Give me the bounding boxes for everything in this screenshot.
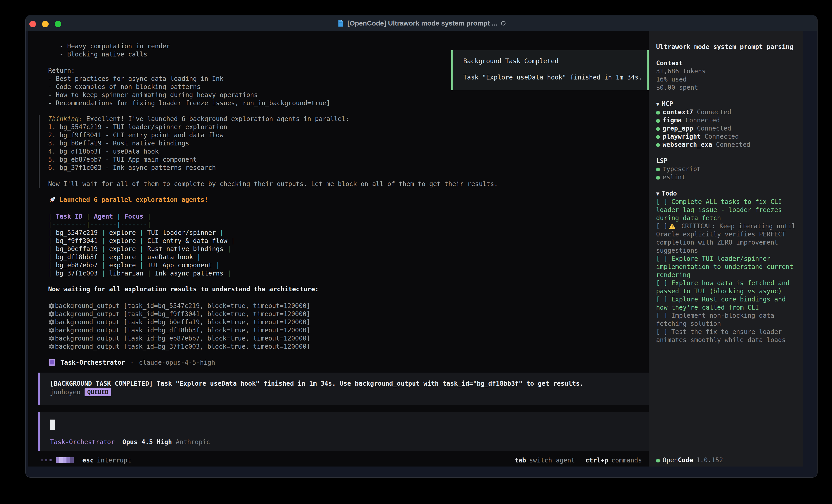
tool-call-line: background_output [task_id=bg_df18bb3f, … xyxy=(48,326,310,334)
background-task-message: [BACKGROUND TASK COMPLETED] Task "Explor… xyxy=(38,372,649,405)
background-task-text: [BACKGROUND TASK COMPLETED] Task "Explor… xyxy=(50,380,649,388)
progress-ring-icon xyxy=(501,21,505,26)
collapse-triangle-icon: ▼ xyxy=(656,101,659,107)
tool-call-line: background_output [task_id=bg_37f1c003, … xyxy=(48,342,310,351)
todo-item: [ ] Explore Rust core bindings and how t… xyxy=(656,296,799,312)
tool-call-line: background_output [task_id=bg_5547c219, … xyxy=(48,302,310,310)
gear-icon xyxy=(48,311,55,317)
message-meta-row: junhoyeoQUEUED xyxy=(50,388,649,396)
gear-icon xyxy=(48,327,55,334)
table-row: | bg_37f1c003 | librarian | Ink async pa… xyxy=(48,270,235,278)
rocket-icon xyxy=(48,196,56,204)
todo-section-header[interactable]: ▼Todo xyxy=(656,190,799,198)
todo-item: [ ] Test the fix to ensure loader animat… xyxy=(656,328,799,344)
app-version: 1.0.152 xyxy=(696,456,723,464)
input-agent-name: Task-Orchestrator xyxy=(50,438,115,446)
input-agent-line: Task-Orchestrator Opus 4.5 High Anthropi… xyxy=(50,438,210,446)
thinking-block: Thinking: Excellent! I've launched 6 bac… xyxy=(38,115,498,188)
session-title: Ultrawork mode system prompt parsing xyxy=(656,43,799,51)
context-stat-line: $0.00 spent xyxy=(656,84,799,92)
prompt-input-box[interactable]: Task-Orchestrator Opus 4.5 High Anthropi… xyxy=(38,412,649,451)
mcp-section-header[interactable]: ▼MCP xyxy=(656,100,799,108)
window-titlebar[interactable]: [OpenCode] Ultrawork mode system prompt … xyxy=(26,16,817,31)
switch-agent-hint: switch agent xyxy=(529,456,575,464)
document-icon xyxy=(337,20,344,27)
output-line: - How to keep spinner animating during h… xyxy=(48,91,330,99)
table-separator-row: |---------|-------|-------| xyxy=(48,221,235,229)
statusbar-right: tab switch agent ctrl+p commands xyxy=(515,454,642,467)
thinking-outro-line: Now I'll wait for all of them to complet… xyxy=(48,180,498,188)
commands-hint: commands xyxy=(612,456,642,464)
app-window: [OpenCode] Ultrawork mode system prompt … xyxy=(25,15,817,478)
launch-announcement: Launched 6 parallel exploration agents! xyxy=(48,196,208,204)
agent-table: | Task ID | Agent | Focus ||---------|--… xyxy=(48,213,235,278)
thinking-list-item: 5. bg_eb87ebb7 - TUI App main component xyxy=(48,156,498,164)
warning-icon xyxy=(669,223,676,229)
input-provider-name: Anthropic xyxy=(176,438,210,446)
tool-call-line: background_output [task_id=bg_b0effa19, … xyxy=(48,318,310,326)
tool-call-list: background_output [task_id=bg_5547c219, … xyxy=(48,302,310,351)
queued-badge: QUEUED xyxy=(84,388,111,396)
thinking-label: Thinking: xyxy=(48,115,82,122)
esc-key-hint: esc xyxy=(82,456,94,464)
ctrlp-key-hint: ctrl+p xyxy=(586,456,608,464)
lsp-section-header: LSP xyxy=(656,157,799,165)
output-line: - Code examples of non-blocking patterns xyxy=(48,83,330,91)
mcp-server-item: ●grep_app Connected xyxy=(656,124,799,133)
table-row: | bg_5547c219 | explore | TUI loader/spi… xyxy=(48,229,235,237)
gear-icon xyxy=(48,335,55,342)
table-header-row: | Task ID | Agent | Focus | xyxy=(48,213,235,221)
mcp-server-item: ●playwright Connected xyxy=(656,133,799,141)
agent-avatar-icon xyxy=(49,359,55,366)
tool-call-line: background_output [task_id=bg_eb87ebb7, … xyxy=(48,334,310,342)
todo-item: [ ] CRITICAL: Keep iterating until Oracl… xyxy=(656,222,799,255)
mcp-server-item: ●figma Connected xyxy=(656,116,799,124)
thinking-list-item: 3. bg_b0effa19 - Rust native bindings xyxy=(48,139,498,147)
agent-header-row: Task-Orchestrator · claude-opus-4-5-high xyxy=(49,358,215,367)
thinking-list-item: 6. bg_37f1c003 - Ink async patterns rese… xyxy=(48,164,498,172)
todo-item: [ ] Implement non-blocking data fetching… xyxy=(656,312,799,328)
terminal-main-pane: - Heavy computation in render - Blocking… xyxy=(28,31,649,467)
status-sidebar: Ultrawork mode system prompt parsing Con… xyxy=(649,31,803,467)
thinking-list-item: 4. bg_df18bb3f - useData hook xyxy=(48,147,498,156)
tab-key-hint: tab xyxy=(515,456,526,464)
collapse-triangle-icon: ▼ xyxy=(656,191,659,197)
window-title: [OpenCode] Ultrawork mode system prompt … xyxy=(347,20,497,27)
todo-item: [ ] Complete ALL tasks to fix CLI loader… xyxy=(656,198,799,222)
interrupt-hint: interrupt xyxy=(97,456,131,464)
context-stat-line: 31,686 tokens xyxy=(656,67,799,76)
tool-call-line: background_output [task_id=bg_f9ff3041, … xyxy=(48,310,310,318)
separator-dot: · xyxy=(130,359,134,366)
spinner-dot xyxy=(50,459,52,461)
input-model-name: Opus 4.5 High xyxy=(122,438,172,446)
agent-model: claude-opus-4-5-high xyxy=(139,359,215,366)
agent-name: Task-Orchestrator xyxy=(60,359,125,366)
lsp-server-item: ●eslint xyxy=(656,173,799,181)
tool-result-text: - Heavy computation in render - Blocking… xyxy=(48,42,330,107)
gear-icon xyxy=(48,303,55,309)
table-row: | bg_df18bb3f | explore | useData hook | xyxy=(48,253,235,261)
mcp-server-item: ●context7 Connected xyxy=(656,108,799,116)
context-stats: 31,686 tokens16% used$0.00 spent xyxy=(656,67,799,92)
output-line: - Recommendations for fixing loader free… xyxy=(48,99,330,107)
notification-title: Background Task Completed xyxy=(463,57,647,65)
mcp-server-item: ●websearch_exa Connected xyxy=(656,141,799,149)
brand-name: Open xyxy=(662,456,678,464)
notification-body: Task "Explore useData hook" finished in … xyxy=(463,74,647,82)
thinking-intro-line: Thinking: Excellent! I've launched 6 bac… xyxy=(48,115,498,123)
output-line: Return: xyxy=(48,66,330,75)
window-title-area: [OpenCode] Ultrawork mode system prompt … xyxy=(26,16,817,31)
thinking-list-item: 1. bg_5547c219 - TUI loader/spinner expl… xyxy=(48,123,498,131)
gear-icon xyxy=(48,343,55,350)
context-stat-line: 16% used xyxy=(656,76,799,84)
lsp-server-item: ●typescript xyxy=(656,165,799,173)
waiting-line: Now waiting for all exploration results … xyxy=(48,285,319,293)
gear-icon xyxy=(48,319,55,326)
sidebar-footer: ● OpenCode 1.0.152 xyxy=(656,454,723,467)
username: junhoyeo xyxy=(50,388,80,396)
text-cursor xyxy=(50,420,55,430)
activity-spinner xyxy=(56,457,74,463)
output-line: - Heavy computation in render xyxy=(48,42,330,50)
thinking-list-item: 2. bg_f9ff3041 - CLI entry point and dat… xyxy=(48,131,498,139)
statusbar-left: esc interrupt xyxy=(41,454,131,467)
